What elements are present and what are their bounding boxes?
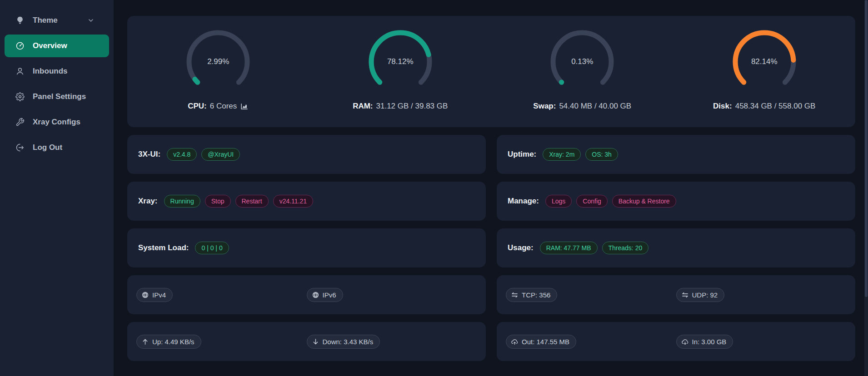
info-row: System Load:0 | 0 | 0Usage:RAM: 47.77 MB…: [127, 228, 855, 267]
system-load-badge: 0 | 0 | 0: [195, 242, 229, 254]
globe-icon: [141, 291, 149, 299]
sidebar-item-theme[interactable]: Theme: [5, 9, 109, 32]
gauge-label: Disk:458.34 GB / 558.00 GB: [713, 102, 815, 111]
sidebar: Theme OverviewInboundsPanel SettingsXray…: [0, 0, 114, 376]
os-uptime-badge: OS: 3h: [585, 148, 618, 161]
gauge-disk: 82.14% Disk:458.34 GB / 558.00 GB: [673, 28, 856, 111]
threads-badge: Threads: 20: [602, 242, 649, 254]
sidebar-item-xray-configs[interactable]: Xray Configs: [5, 111, 109, 134]
main-content: 2.99% CPU:6 Cores 78.12% RAM:31.12 GB / …: [114, 0, 868, 376]
sidebar-item-inbounds[interactable]: Inbounds: [5, 60, 109, 83]
download-speed-pill: Down: 3.43 KB/s: [307, 335, 380, 349]
pill-column: Down: 3.43 KB/s: [307, 335, 477, 349]
tcp-connections-pill: TCP: 356: [506, 288, 557, 302]
app-root: Theme OverviewInboundsPanel SettingsXray…: [0, 0, 868, 376]
ip-protocols-card: IPv4 IPv6: [127, 275, 486, 314]
gauge-value: 0.13%: [548, 28, 616, 96]
upload-speed-pill: Up: 4.49 KB/s: [136, 335, 201, 349]
info-row: Xray:RunningStopRestartv24.11.21Manage:L…: [127, 182, 855, 221]
cloud-down-icon: [681, 338, 689, 346]
telegram-link-badge[interactable]: @XrayUI: [201, 148, 240, 161]
area-chart-icon[interactable]: [240, 102, 249, 111]
gauge-swap: 0.13% Swap:54.40 MB / 40.00 GB: [491, 28, 673, 111]
cloud-up-icon: [511, 338, 519, 346]
pill-column: In: 3.00 GB: [676, 335, 847, 349]
sidebar-item-label: Log Out: [33, 143, 62, 152]
system-load-card: System Load:0 | 0 | 0: [127, 228, 486, 267]
sidebar-item-log-out[interactable]: Log Out: [5, 136, 109, 159]
system-stats-card: 2.99% CPU:6 Cores 78.12% RAM:31.12 GB / …: [127, 16, 855, 127]
card-label: Manage:: [508, 197, 539, 206]
sidebar-item-label: Panel Settings: [33, 92, 86, 101]
globe-icon: [312, 291, 319, 299]
card-label: System Load:: [138, 243, 189, 252]
traffic-in-pill: In: 3.00 GB: [676, 335, 733, 349]
sidebar-item-label: Inbounds: [33, 67, 67, 76]
sidebar-item-label: Theme: [33, 16, 58, 25]
xray-control-card: Xray:RunningStopRestartv24.11.21: [127, 182, 486, 221]
chevron-down-icon: [87, 17, 95, 24]
pill-column: IPv6: [307, 288, 477, 302]
sidebar-nav: OverviewInboundsPanel SettingsXray Confi…: [0, 35, 114, 159]
wrench-icon: [15, 118, 25, 127]
xray-uptime-badge: Xray: 2m: [543, 148, 581, 161]
gauge-value: 2.99%: [184, 28, 252, 96]
panel-ram-usage-badge: RAM: 47.77 MB: [540, 242, 598, 254]
card-label: 3X-UI:: [138, 150, 160, 159]
panel-version-badge: v2.4.8: [167, 148, 197, 161]
config-button[interactable]: Config: [576, 195, 607, 208]
xray-version-badge[interactable]: v24.11.21: [273, 195, 313, 208]
gauge-label: RAM:31.12 GB / 39.83 GB: [353, 102, 448, 111]
logout-icon: [15, 143, 25, 152]
ipv6-pill[interactable]: IPv6: [307, 288, 343, 302]
ipv4-pill[interactable]: IPv4: [136, 288, 173, 302]
panel-info-card: 3X-UI:v2.4.8@XrayUI: [127, 135, 486, 174]
gauge-swap-arc: 0.13%: [548, 28, 616, 96]
pill-column: Up: 4.49 KB/s: [136, 335, 307, 349]
logs-button[interactable]: Logs: [545, 195, 572, 208]
sidebar-item-overview[interactable]: Overview: [5, 35, 109, 57]
traffic-out-pill: Out: 147.55 MB: [506, 335, 576, 349]
gauge-cpu-arc: 2.99%: [184, 28, 252, 96]
info-row: 3X-UI:v2.4.8@XrayUIUptime:Xray: 2mOS: 3h: [127, 135, 855, 174]
swap-icon: [511, 291, 519, 299]
gauge-ram: 78.12% RAM:31.12 GB / 39.83 GB: [309, 28, 492, 111]
scrollbar-thumb[interactable]: [865, 0, 868, 297]
uptime-card: Uptime:Xray: 2mOS: 3h: [497, 135, 855, 174]
swap-icon: [681, 291, 689, 299]
pill-column: UDP: 92: [676, 288, 847, 302]
usage-card: Usage:RAM: 47.77 MBThreads: 20: [497, 228, 855, 267]
info-row: Up: 4.49 KB/s Down: 3.43 KB/s Out: 147.5…: [127, 322, 855, 361]
connections-card: TCP: 356 UDP: 92: [497, 275, 855, 314]
card-label: Xray:: [138, 197, 158, 206]
pill-column: Out: 147.55 MB: [506, 335, 676, 349]
sidebar-item-label: Xray Configs: [33, 118, 80, 127]
backup-restore-button[interactable]: Backup & Restore: [612, 195, 676, 208]
arrow-down-icon: [312, 338, 319, 346]
restart-xray-button[interactable]: Restart: [235, 195, 269, 208]
gauge-label: CPU:6 Cores: [188, 102, 249, 111]
card-label: Usage:: [508, 243, 534, 252]
stop-xray-button[interactable]: Stop: [205, 195, 231, 208]
scrollbar[interactable]: [864, 0, 868, 376]
udp-connections-pill: UDP: 92: [676, 288, 725, 302]
gauge-value: 82.14%: [730, 28, 798, 96]
gauge-ram-arc: 78.12%: [366, 28, 434, 96]
info-rows: 3X-UI:v2.4.8@XrayUIUptime:Xray: 2mOS: 3h…: [127, 135, 855, 361]
sidebar-item-label: Overview: [33, 41, 67, 50]
gauge-label: Swap:54.40 MB / 40.00 GB: [533, 102, 631, 111]
network-speed-card: Up: 4.49 KB/s Down: 3.43 KB/s: [127, 322, 486, 361]
gear-icon: [15, 92, 25, 101]
bulb-icon: [15, 16, 25, 25]
info-row: IPv4 IPv6 TCP: 356 UDP: 92: [127, 275, 855, 314]
pill-column: IPv4: [136, 288, 307, 302]
gauge-cpu: 2.99% CPU:6 Cores: [127, 28, 309, 111]
arrow-up-icon: [141, 338, 149, 346]
gauge-disk-arc: 82.14%: [730, 28, 798, 96]
xray-status-badge: Running: [164, 195, 200, 208]
sidebar-item-panel-settings[interactable]: Panel Settings: [5, 85, 109, 108]
dashboard-icon: [15, 41, 25, 50]
card-label: Uptime:: [508, 150, 536, 159]
pill-column: TCP: 356: [506, 288, 676, 302]
traffic-totals-card: Out: 147.55 MB In: 3.00 GB: [497, 322, 855, 361]
